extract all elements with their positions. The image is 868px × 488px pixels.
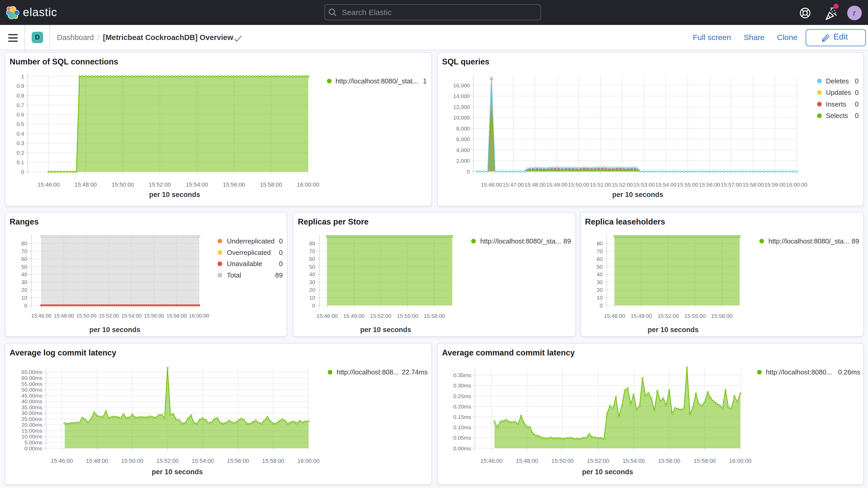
svg-text:60: 60: [596, 256, 602, 262]
svg-text:80: 80: [309, 240, 315, 246]
svg-text:60: 60: [21, 256, 27, 262]
svg-text:15:48:00: 15:48:00: [54, 313, 74, 318]
svg-text:15:50:00: 15:50:00: [76, 313, 96, 318]
svg-text:20: 20: [21, 287, 27, 293]
svg-text:15:50:00: 15:50:00: [121, 457, 143, 464]
svg-text:Updates: Updates: [826, 89, 851, 96]
svg-text:40: 40: [596, 271, 602, 277]
svg-text:89: 89: [851, 237, 859, 245]
svg-text:0.5: 0.5: [17, 121, 24, 127]
svg-text:15:58:00: 15:58:00: [693, 457, 716, 464]
svg-text:40: 40: [21, 271, 27, 277]
svg-text:1: 1: [423, 77, 427, 85]
svg-text:15:49:00: 15:49:00: [630, 313, 652, 319]
svg-text:0.35ms: 0.35ms: [453, 372, 471, 378]
svg-text:0.00ms: 0.00ms: [24, 445, 42, 451]
svg-text:0.20ms: 0.20ms: [453, 403, 471, 409]
svg-text:15:53:00: 15:53:00: [633, 182, 655, 188]
svg-text:0.25ms: 0.25ms: [453, 393, 471, 399]
svg-text:16:00:00: 16:00:00: [189, 313, 209, 318]
svg-text:10,000: 10,000: [453, 115, 470, 121]
svg-text:15:54:00: 15:54:00: [191, 457, 214, 464]
svg-text:http://localhost:8080/_stat...: http://localhost:8080/_stat...: [335, 77, 418, 85]
svg-text:15:51:00: 15:51:00: [590, 182, 611, 188]
svg-text:15:46:00: 15:46:00: [37, 181, 60, 188]
svg-text:Underreplicated: Underreplicated: [227, 237, 274, 245]
svg-text:0.05ms: 0.05ms: [453, 434, 471, 440]
svg-text:15:50:00: 15:50:00: [111, 181, 133, 188]
svg-text:15:58:00: 15:58:00: [711, 313, 732, 319]
svg-text:0.4: 0.4: [17, 131, 24, 137]
svg-text:0: 0: [599, 302, 602, 308]
svg-text:30.00ms: 30.00ms: [21, 410, 42, 416]
svg-text:0: 0: [279, 249, 282, 256]
svg-text:50: 50: [596, 264, 602, 270]
svg-text:16:00:00: 16:00:00: [297, 181, 319, 188]
svg-text:89: 89: [563, 237, 571, 245]
svg-text:0.9: 0.9: [17, 83, 24, 89]
svg-text:http://localhost:808...: http://localhost:808...: [336, 368, 399, 376]
svg-text:15:46:00: 15:46:00: [51, 457, 73, 464]
svg-text:0.10ms: 0.10ms: [453, 424, 471, 430]
svg-text:2,000: 2,000: [456, 158, 470, 164]
svg-text:http://localhost:8080/_sta...: http://localhost:8080/_sta...: [480, 237, 561, 245]
svg-text:40: 40: [309, 271, 315, 277]
svg-text:70: 70: [596, 248, 602, 254]
svg-text:70: 70: [309, 248, 315, 254]
svg-text:0.00ms: 0.00ms: [453, 445, 471, 451]
svg-text:5.00ms: 5.00ms: [24, 439, 42, 445]
svg-text:8,000: 8,000: [456, 125, 470, 131]
svg-text:Deletes: Deletes: [826, 77, 848, 85]
svg-text:16:00:00: 16:00:00: [729, 457, 751, 464]
svg-text:15:56:00: 15:56:00: [144, 313, 164, 318]
svg-text:45.00ms: 45.00ms: [21, 392, 42, 398]
svg-text:15:52:00: 15:52:00: [370, 313, 392, 319]
svg-text:10: 10: [596, 295, 602, 301]
svg-text:30: 30: [309, 279, 315, 285]
svg-text:60: 60: [309, 256, 315, 262]
svg-text:Selects: Selects: [826, 112, 848, 120]
svg-text:25.00ms: 25.00ms: [21, 416, 42, 422]
svg-text:15:58:00: 15:58:00: [742, 182, 764, 188]
svg-text:15:52:00: 15:52:00: [98, 313, 119, 318]
svg-text:0.6: 0.6: [17, 112, 24, 118]
svg-text:15:59:00: 15:59:00: [764, 182, 785, 188]
svg-text:10: 10: [21, 295, 27, 301]
svg-text:14,000: 14,000: [453, 93, 470, 99]
svg-text:15:55:00: 15:55:00: [684, 313, 705, 319]
svg-text:0.1: 0.1: [17, 159, 24, 165]
svg-text:0.2: 0.2: [17, 150, 24, 156]
svg-text:15:48:00: 15:48:00: [524, 182, 546, 188]
svg-text:15:49:00: 15:49:00: [546, 182, 567, 188]
svg-text:16:00:00: 16:00:00: [786, 182, 807, 188]
svg-text:0: 0: [855, 77, 858, 85]
svg-text:0: 0: [312, 302, 315, 308]
svg-text:15:56:00: 15:56:00: [222, 181, 245, 188]
svg-text:15:46:00: 15:46:00: [316, 313, 338, 319]
svg-text:0: 0: [855, 89, 858, 96]
svg-text:20: 20: [596, 287, 602, 293]
svg-text:0: 0: [466, 169, 470, 175]
svg-text:0: 0: [24, 302, 27, 308]
svg-text:22.74ms: 22.74ms: [402, 368, 428, 376]
svg-text:80: 80: [596, 240, 602, 246]
svg-text:80: 80: [21, 240, 27, 246]
svg-text:60.00ms: 60.00ms: [21, 375, 42, 381]
svg-text:0: 0: [21, 169, 24, 175]
svg-text:http://localhost:8080/_sta...: http://localhost:8080/_sta...: [768, 237, 849, 245]
svg-text:15:46:00: 15:46:00: [480, 457, 502, 464]
svg-text:16:00:00: 16:00:00: [297, 457, 319, 464]
svg-text:per 10 seconds: per 10 seconds: [582, 468, 633, 476]
svg-text:15:49:00: 15:49:00: [343, 313, 365, 319]
svg-text:0.26ms: 0.26ms: [838, 368, 860, 376]
svg-text:0: 0: [855, 100, 858, 108]
svg-text:15:57:00: 15:57:00: [720, 182, 742, 188]
svg-text:15:54:00: 15:54:00: [121, 313, 142, 318]
svg-text:per 10 seconds: per 10 seconds: [149, 191, 200, 199]
svg-text:15:52:00: 15:52:00: [612, 182, 633, 188]
svg-text:15:50:00: 15:50:00: [551, 457, 574, 464]
svg-text:16,000: 16,000: [453, 82, 470, 88]
svg-text:0.15ms: 0.15ms: [453, 414, 471, 420]
svg-text:15:56:00: 15:56:00: [227, 457, 249, 464]
svg-text:15:54:00: 15:54:00: [622, 457, 645, 464]
